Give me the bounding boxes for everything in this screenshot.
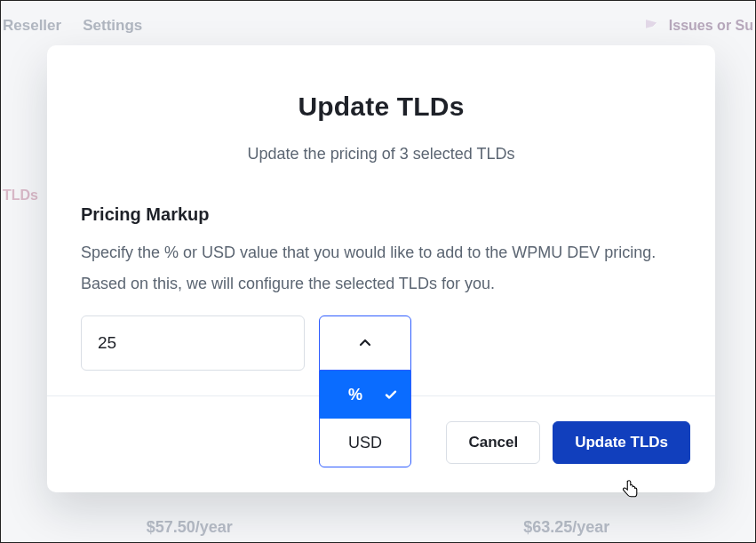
update-tlds-button[interactable]: Update TLDs [553,421,690,464]
support-link: Issues or Su [669,18,753,34]
unit-option-usd[interactable]: USD [320,419,410,467]
bg-price-1: $57.50/year [147,518,233,537]
pricing-markup-description: Specify the % or USD value that you woul… [81,237,681,299]
nav-item-reseller: Reseller [3,17,61,35]
bg-price-2: $63.25/year [523,518,609,537]
unit-option-percent[interactable]: % [320,371,410,419]
modal-title: Update TLDs [81,92,681,122]
unit-option-label: % [348,386,382,404]
cancel-button[interactable]: Cancel [446,421,540,464]
bg-prices: $57.50/year $63.25/year [1,518,755,537]
header-bar: Reseller Settings Issues or Su [1,1,755,51]
chevron-up-icon [358,336,372,350]
markup-unit-toggle[interactable] [319,315,411,371]
markup-unit-dropdown: % USD [319,370,411,467]
markup-unit-select[interactable]: % USD [319,315,411,371]
unit-option-label: USD [348,434,382,452]
update-tlds-modal: Update TLDs Update the pricing of 3 sele… [47,45,715,492]
nav-item-settings: Settings [83,17,142,35]
pricing-markup-heading: Pricing Markup [81,204,681,225]
tab-tlds: TLDs [3,188,38,204]
flag-icon [646,20,662,32]
check-icon [384,387,398,402]
markup-value-input[interactable] [81,315,305,371]
modal-subtitle: Update the pricing of 3 selected TLDs [81,145,681,164]
